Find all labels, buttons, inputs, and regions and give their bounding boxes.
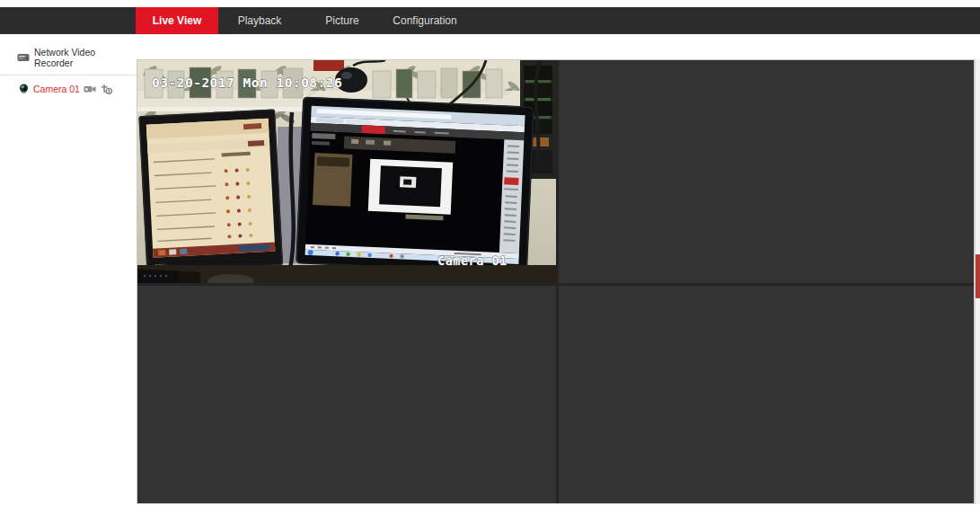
tab-live-view-label: Live View [153,14,201,27]
record-icon[interactable] [84,84,96,93]
scene-left-monitor: DELL [138,109,284,283]
tab-picture[interactable]: Picture [301,7,384,34]
video-pane-empty-top-right[interactable] [559,60,974,283]
video-pane-camera-01[interactable]: DELL [137,60,556,283]
camera-row-actions [84,84,112,94]
osd-camera-label: Camera 01 [437,253,508,268]
video-pane-empty-bottom-right[interactable] [559,286,974,503]
device-title: Network Video Recorder [34,47,136,68]
device-tree-header: Network Video Recorder [0,34,136,75]
nvr-device-icon [17,53,30,62]
tab-configuration[interactable]: Configuration [384,7,466,34]
tab-live-view[interactable]: Live View [136,7,218,34]
top-navigation-bar: Live View Playback Picture Configuration [0,7,980,34]
camera-list-item[interactable]: Camera 01 [0,75,136,94]
live-view-grid: DELL [137,59,975,504]
camera-label: Camera 01 [33,84,80,94]
tab-playback-label: Playback [238,14,282,27]
scrollbar-thumb[interactable] [976,254,980,298]
camera-icon [18,84,30,94]
camera-tree-sidebar: Network Video Recorder Camera 01 [0,34,136,514]
tab-configuration-label: Configuration [393,14,456,27]
stream-type-icon[interactable] [101,84,112,94]
right-panel-scrollbar[interactable] [975,59,980,504]
tab-playback[interactable]: Playback [218,7,301,34]
tab-picture-label: Picture [325,14,358,27]
navbar-left-spacer [0,7,136,34]
video-pane-empty-bottom-left[interactable] [137,286,556,503]
osd-timestamp: 03-20-2017 Mon 10:08:26 [152,75,342,90]
camera-01-video-frame: DELL [137,60,556,283]
